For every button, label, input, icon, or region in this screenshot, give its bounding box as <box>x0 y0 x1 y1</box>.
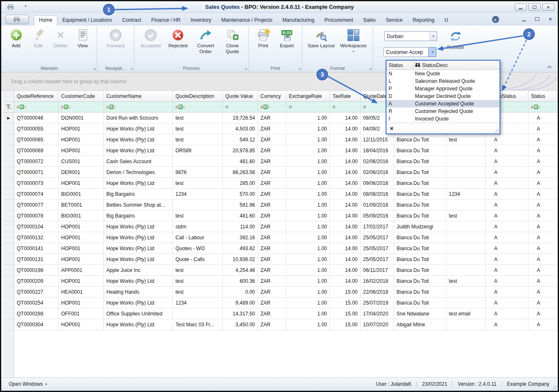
tab-home[interactable]: Home <box>34 15 57 26</box>
status-option-I[interactable]: IInvoiced Quote <box>386 115 500 123</box>
status-filter-selector[interactable]: Customer Accep ▼ <box>384 47 436 57</box>
mdi-minimize-icon[interactable] <box>522 17 526 21</box>
convert-order-button[interactable]: Convert Order <box>192 27 219 55</box>
tab-manufacturing[interactable]: Manufacturing <box>278 15 319 26</box>
grid-row[interactable]: QT0000141HOP001Hope Works (Pty) LtdQuote… <box>3 243 558 254</box>
mdi-close-icon[interactable]: × <box>549 16 552 22</box>
status-option-L[interactable]: LSalesman Released Quote <box>386 77 500 85</box>
popup-column-status[interactable]: Status <box>386 61 413 69</box>
column-header-quote-value[interactable]: Quote Value <box>223 91 258 102</box>
delete-button[interactable]: ×Delete <box>49 27 72 50</box>
refresh-button[interactable]: Refresh <box>441 28 470 55</box>
save-layout-button[interactable]: Save Layout <box>305 27 337 50</box>
grid-row[interactable]: QT0000227HEA0001Healing Handstest0.00ZAR… <box>3 287 558 297</box>
rejected-button[interactable]: Rejected <box>164 27 192 50</box>
application-menu-button[interactable] <box>5 15 29 24</box>
filter-cell-taxrate[interactable]: = <box>330 102 361 113</box>
tab-reporting[interactable]: Reporting <box>407 15 439 26</box>
grid-row[interactable]: QT0000078BIG0001Big Bargainstest481.60ZA… <box>3 210 558 221</box>
grid-row[interactable]: QT0000069HOP001Hope Works (Pty) LtdOR589… <box>3 145 558 156</box>
filter-cell-quotereference[interactable]: aBc <box>14 102 59 113</box>
filter-cell-customername[interactable]: aBc <box>104 102 173 113</box>
grid-row[interactable]: QT0000072CUS001Cash Sales Account481.60Z… <box>3 156 558 167</box>
forward-button[interactable]: Forward <box>100 27 131 50</box>
cell: 14.00 <box>330 276 361 287</box>
grid-row[interactable]: QT0000209HOP001Hope Works (Pty) Ltdtest6… <box>3 276 558 287</box>
status-option-R[interactable]: RCustomer Rejected Quote <box>386 108 500 115</box>
accepted-button[interactable]: Accepted <box>137 27 164 50</box>
edit-button[interactable]: Edit <box>27 27 49 50</box>
export-button[interactable]: XLSXExport <box>275 27 299 50</box>
add-button[interactable]: Add <box>5 27 27 50</box>
status-option-D[interactable]: DManager Declined Quote <box>386 92 500 100</box>
column-header-quotereference[interactable]: QuoteReference <box>14 91 59 102</box>
cell: QT0000069 <box>14 145 59 156</box>
grid-row[interactable]: QT0000074BIG0001Big Bargains1234570.00ZA… <box>3 189 558 200</box>
status-option-N[interactable]: NNew Quote <box>386 70 500 77</box>
column-header-taxrate[interactable]: TaxRate <box>330 91 361 102</box>
filter-cell-status[interactable]: aBc <box>528 102 558 113</box>
tab-finance-hr[interactable]: Finance / HR <box>146 15 185 26</box>
window-resize-grip[interactable] <box>551 384 556 389</box>
column-header-quotedescription[interactable]: QuoteDescription <box>173 91 223 102</box>
collapse-ribbon-icon[interactable] <box>548 66 552 70</box>
filter-cell-customercode[interactable]: aBc <box>59 102 104 113</box>
chevron-down-icon[interactable]: ▼ <box>430 32 437 41</box>
view-button[interactable]: View <box>72 27 94 50</box>
open-windows-button[interactable]: Open Windows ▾ <box>9 381 47 387</box>
grid-row[interactable]: QT0000071DER001Derton / Technologies9876… <box>3 167 558 178</box>
filter-cell-quotedescription[interactable]: aBc <box>173 102 223 113</box>
column-header-currency[interactable]: Currency <box>258 91 286 102</box>
grid-row[interactable]: QT0000065HOP001Hope Works (Pty) Ltdtest5… <box>3 134 558 145</box>
column-header-status[interactable]: Status <box>528 91 558 102</box>
grid-row[interactable]: QT0000104HOP001Hope Works (Pty) Ltdstdm1… <box>3 221 558 232</box>
grid-row[interactable]: QT0000131HOP001Hope Works (Pty) LtdQuote… <box>3 254 558 265</box>
dialog-launcher-icon[interactable]: ◢ <box>369 67 371 70</box>
grid-row[interactable]: QT0000288OFF001Office Supplies Unlimited… <box>3 308 558 319</box>
popup-clear-filter-button[interactable]: × <box>390 125 394 131</box>
dialog-launcher-icon[interactable]: ◢ <box>245 67 247 70</box>
status-option-A[interactable]: ACustomer Accepted Quote <box>386 100 500 108</box>
filter-cell-currency[interactable]: aBc <box>258 102 286 113</box>
site-selector[interactable]: Durban ▼ <box>384 31 437 41</box>
tab-equipment-locations[interactable]: Equipment / Locations <box>57 15 117 26</box>
tab-scroll-right-icon[interactable]: ▸ <box>492 16 499 23</box>
status-option-P[interactable]: PManager Approved Quote <box>386 85 500 92</box>
text-filter-icon: aBc <box>61 105 71 109</box>
filter-cell-exchangerate[interactable]: = <box>286 102 330 113</box>
tab-u[interactable]: U <box>439 15 453 26</box>
tab-procurement[interactable]: Procurement <box>319 15 358 26</box>
grid-row[interactable]: QT0000077BET0001Betties Summer Shop at..… <box>3 200 558 210</box>
status-filter-chevron-down-icon[interactable]: ▼ <box>429 48 436 56</box>
row-indicator <box>3 276 14 287</box>
close-button[interactable]: × <box>542 3 554 11</box>
mdi-restore-icon[interactable] <box>535 17 539 21</box>
filter-cell-quote-value[interactable]: = <box>223 102 258 113</box>
workspaces-icon <box>347 28 360 42</box>
tab-maintenance-projects[interactable]: Maintenance / Projects <box>216 15 278 26</box>
popup-column-statusdesc[interactable]: StatusDesc <box>413 61 500 69</box>
workspaces-button[interactable]: Workspaces▾ <box>337 27 370 54</box>
tab-contract[interactable]: Contract <box>117 15 146 26</box>
dialog-launcher-icon[interactable]: ◢ <box>299 67 301 70</box>
grid-row[interactable]: QT0000304HOP001Hope Works (Pty) LtdTest … <box>3 319 558 330</box>
cell: OR589 <box>173 145 223 156</box>
grid-row[interactable]: QT0000132HOP001Hope Works (Pty) LtdCall … <box>3 232 558 243</box>
dialog-launcher-icon[interactable]: ◢ <box>93 67 95 70</box>
grid-row[interactable]: QT0000198APP0001Apple Juice Inctest4,254… <box>3 265 558 276</box>
column-header-customercode[interactable]: CustomerCode <box>59 91 104 102</box>
tab-sales[interactable]: Sales <box>358 15 381 26</box>
tab-service[interactable]: Service <box>381 15 407 26</box>
print-button[interactable]: ?Print <box>252 27 275 50</box>
minimize-button[interactable] <box>515 3 527 11</box>
tab-inventory[interactable]: Inventory <box>185 15 216 26</box>
ribbon-group-print: ?PrintXLSXExportPrint◢ <box>249 26 302 72</box>
clone-quote-button[interactable]: Clone Quote <box>219 27 245 55</box>
column-header-exchangerate[interactable]: ExchangeRate <box>286 91 330 102</box>
grid-row[interactable]: QT0000073HOP001Hope Works (Pty) Ltdtest2… <box>3 178 558 189</box>
column-header-customername[interactable]: CustomerName <box>104 91 173 102</box>
dialog-launcher-icon[interactable]: ◢ <box>131 67 133 70</box>
maximize-button[interactable] <box>528 3 541 11</box>
popup-resize-grip[interactable] <box>494 128 499 133</box>
grid-row[interactable]: QT0000254HOP001Hope Works (Pty) Ltd12349… <box>3 297 558 308</box>
